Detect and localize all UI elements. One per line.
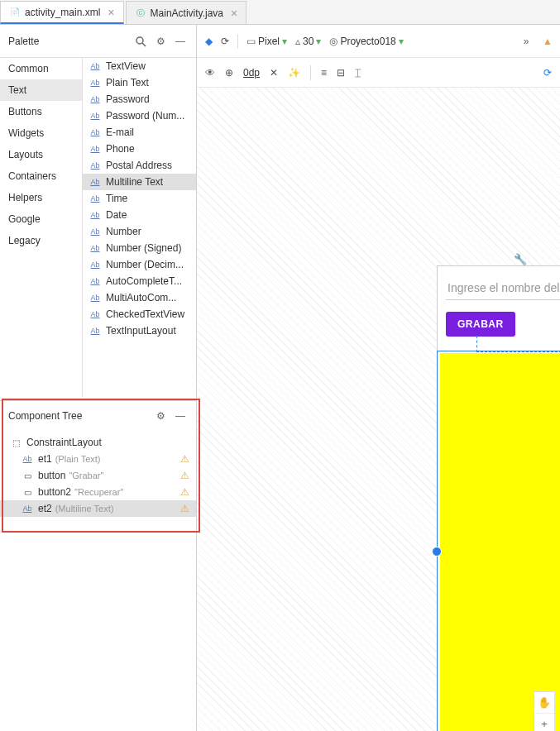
category-legacy[interactable]: Legacy: [0, 230, 82, 251]
infer-constraints-icon[interactable]: ✨: [288, 67, 300, 79]
widget-item[interactable]: AbNumber (Signed): [83, 240, 196, 256]
constraint-guide: [476, 336, 560, 352]
text-widget-icon: Ab: [89, 193, 101, 204]
text-input-preview[interactable]: Ingrese el nombre del archivo: [446, 276, 560, 300]
api-selector[interactable]: ▵ 30 ▾: [295, 36, 321, 47]
widget-item[interactable]: AbTextView: [83, 58, 196, 74]
widget-item[interactable]: AbPlain Text: [83, 74, 196, 91]
widget-item[interactable]: AbMultiAutoCom...: [83, 289, 196, 306]
widget-item[interactable]: AbE-mail: [83, 124, 196, 141]
grabar-button[interactable]: GRABAR: [446, 312, 515, 337]
tree-item-button[interactable]: ▭button"Grabar"⚠: [0, 467, 196, 484]
orientation-icon[interactable]: ⟳: [221, 36, 229, 47]
tab-label: activity_main.xml: [25, 7, 100, 18]
widget-label: Number (Signed): [106, 242, 181, 254]
tree-root[interactable]: ⬚ ConstraintLayout: [0, 434, 196, 451]
tree-item-et1[interactable]: Abet1(Plain Text)⚠: [0, 451, 196, 467]
category-helpers[interactable]: Helpers: [0, 187, 82, 208]
widget-item[interactable]: AbPostal Address: [83, 157, 196, 174]
zoom-in[interactable]: +: [534, 714, 554, 731]
category-buttons[interactable]: Buttons: [0, 101, 82, 122]
widget-item[interactable]: AbTime: [83, 190, 196, 207]
theme-selector[interactable]: ◎ Proyecto018 ▾: [329, 36, 403, 47]
category-widgets[interactable]: Widgets: [0, 122, 82, 144]
widget-label: CheckedTextView: [106, 308, 184, 320]
warning-icon[interactable]: ▲: [540, 34, 555, 49]
category-common[interactable]: Common: [0, 58, 82, 79]
widget-item[interactable]: AbPhone: [83, 141, 196, 157]
widget-label: TextView: [106, 60, 146, 72]
tree-item-et2[interactable]: Abet2(Multiline Text)⚠: [0, 500, 196, 517]
pan-tool[interactable]: ✋: [534, 692, 554, 714]
widget-item[interactable]: AbMultiline Text: [83, 174, 196, 190]
category-containers[interactable]: Containers: [0, 165, 82, 187]
widget-label: Phone: [106, 143, 135, 155]
tab-label: MainActivity.java: [151, 7, 223, 19]
widget-item[interactable]: AbPassword (Num...: [83, 108, 196, 124]
autoconnect-icon[interactable]: ⊕: [225, 67, 233, 79]
category-layouts[interactable]: Layouts: [0, 144, 82, 165]
widget-item[interactable]: AbDate: [83, 207, 196, 223]
widget-item[interactable]: AbNumber: [83, 223, 196, 240]
design-toolbar-2: 👁 ⊕ 0dp ✕ ✨ ≡ ⊟ ⌶ ⟳: [197, 58, 560, 88]
category-google[interactable]: Google: [0, 208, 82, 230]
component-tree-title: Component Tree: [8, 410, 148, 422]
collapse-icon[interactable]: —: [173, 408, 188, 423]
search-icon[interactable]: [133, 34, 148, 49]
warning-icon[interactable]: ⚠: [180, 503, 189, 514]
align-icon[interactable]: ≡: [321, 67, 327, 79]
wrench-icon[interactable]: 🔧: [514, 253, 527, 265]
design-mode-icon[interactable]: ◆: [205, 36, 213, 47]
widget-label: Number: [106, 226, 141, 237]
refresh-icon[interactable]: ⟳: [540, 65, 555, 80]
align-icon-2[interactable]: ⊟: [337, 67, 345, 79]
guideline-icon[interactable]: ⌶: [355, 67, 361, 79]
tab-activity-main[interactable]: 📄 activity_main.xml ×: [0, 1, 124, 24]
widget-label: MultiAutoCom...: [106, 292, 176, 303]
widget-label: Multiline Text: [106, 176, 163, 188]
editor-tabs: 📄 activity_main.xml × ⓒ MainActivity.jav…: [0, 0, 560, 25]
close-icon[interactable]: ×: [108, 6, 114, 19]
widget-label: Number (Decim...: [106, 259, 184, 270]
collapse-icon[interactable]: —: [173, 34, 188, 49]
tab-main-activity[interactable]: ⓒ MainActivity.java ×: [126, 1, 247, 24]
gear-icon[interactable]: ⚙: [153, 408, 168, 423]
default-margin[interactable]: 0dp: [243, 67, 260, 79]
left-panel: Palette ⚙ — CommonTextButtonsWidgetsLayo…: [0, 25, 197, 731]
text-widget-icon: Ab: [89, 275, 101, 287]
component-icon: ▭: [22, 486, 33, 498]
widget-label: Password (Num...: [106, 110, 184, 122]
text-widget-icon: Ab: [89, 176, 101, 188]
warning-icon[interactable]: ⚠: [180, 470, 189, 481]
tree-item-button2[interactable]: ▭button2"Recuperar"⚠: [0, 484, 196, 500]
widget-item[interactable]: AbAutoCompleteT...: [83, 273, 196, 289]
tree-item-label: button2"Recuperar": [38, 486, 175, 498]
warning-icon[interactable]: ⚠: [180, 486, 189, 498]
text-widget-icon: Ab: [89, 60, 101, 72]
text-widget-icon: Ab: [89, 110, 101, 122]
xml-file-icon: 📄: [9, 7, 21, 18]
component-tree-header: Component Tree ⚙ —: [0, 401, 196, 431]
warning-icon[interactable]: ⚠: [180, 453, 189, 465]
gear-icon[interactable]: ⚙: [153, 34, 168, 49]
device-selector[interactable]: ▭ Pixel ▾: [246, 36, 287, 47]
widget-item[interactable]: AbCheckedTextView: [83, 306, 196, 322]
text-widget-icon: Ab: [89, 292, 101, 303]
clear-constraints-icon[interactable]: ✕: [270, 67, 278, 79]
text-widget-icon: Ab: [89, 308, 101, 320]
widget-label: Password: [106, 93, 150, 105]
widget-item[interactable]: AbPassword: [83, 91, 196, 108]
category-text[interactable]: Text: [0, 79, 82, 101]
widget-item[interactable]: AbTextInputLayout: [83, 322, 196, 339]
component-tree-body: ⬚ ConstraintLayout Abet1(Plain Text)⚠▭bu…: [0, 431, 196, 520]
widget-item[interactable]: AbNumber (Decim...: [83, 256, 196, 273]
widget-label: E-mail: [106, 127, 134, 138]
more-icon[interactable]: »: [519, 34, 534, 49]
text-widget-icon: Ab: [89, 259, 101, 270]
text-widget-icon: Ab: [89, 77, 101, 88]
close-icon[interactable]: ×: [231, 7, 237, 20]
selection-handle-left[interactable]: [432, 547, 442, 557]
visibility-icon[interactable]: 👁: [205, 67, 215, 79]
device-canvas[interactable]: 🔧 Ingrese el nombre del archivo GRABAR R…: [197, 88, 560, 731]
text-widget-icon: Ab: [89, 209, 101, 221]
